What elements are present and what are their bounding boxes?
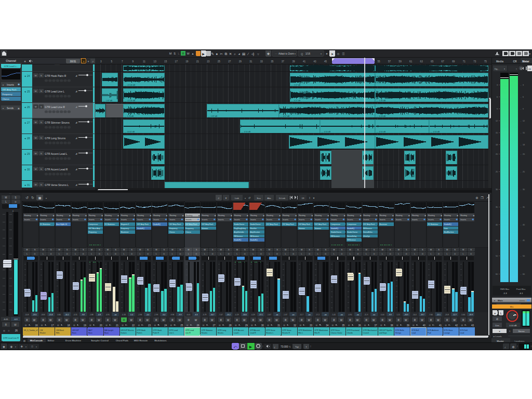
svg-text:Compressor: Compressor bbox=[347, 223, 357, 225]
svg-text:31: 31 bbox=[277, 324, 281, 327]
svg-text:M: M bbox=[35, 183, 37, 186]
svg-text:Routing: Routing bbox=[57, 215, 63, 217]
svg-text:and Keys: and Keys bbox=[379, 332, 387, 334]
svg-text:15: 15 bbox=[523, 132, 525, 134]
svg-text:-9.9: -9.9 bbox=[389, 314, 392, 316]
svg-text:55: 55 bbox=[378, 60, 381, 63]
svg-text:71: 71 bbox=[463, 60, 466, 63]
svg-text:1.21: 1.21 bbox=[396, 314, 400, 316]
svg-text:FX Modulator: FX Modulator bbox=[105, 223, 116, 225]
svg-text:▼: ▼ bbox=[225, 197, 227, 200]
svg-text:-6.05: -6.05 bbox=[187, 314, 191, 316]
svg-text:StudioEQ: StudioEQ bbox=[234, 239, 242, 241]
svg-text:⊙: ⊙ bbox=[390, 252, 391, 255]
svg-text:Routing: Routing bbox=[267, 215, 273, 217]
svg-text:M: M bbox=[301, 248, 302, 251]
svg-text:–: – bbox=[521, 84, 522, 86]
svg-text:S: S bbox=[260, 248, 262, 251]
svg-text:20: 20 bbox=[496, 153, 498, 155]
svg-text:⊙: ⊙ bbox=[228, 252, 230, 255]
svg-text:◄: ◄ bbox=[24, 184, 26, 187]
svg-text:Routing: Routing bbox=[121, 215, 128, 217]
svg-text:S: S bbox=[83, 248, 84, 251]
svg-text:23: 23 bbox=[207, 60, 210, 63]
svg-text:-11.9: -11.9 bbox=[364, 314, 368, 316]
svg-text:M: M bbox=[139, 248, 141, 251]
svg-text:11: 11 bbox=[143, 60, 145, 63]
svg-text:S: S bbox=[41, 168, 42, 170]
svg-text:Strums R: Strums R bbox=[282, 332, 290, 334]
svg-text:-oo: -oo bbox=[340, 314, 343, 316]
svg-text:SYN Glass: SYN Glass bbox=[444, 329, 453, 331]
svg-text:Inserts: Inserts bbox=[7, 84, 14, 86]
svg-text:GTR Stimmer: GTR Stimmer bbox=[202, 329, 214, 331]
svg-text:Inserts: Inserts bbox=[428, 219, 434, 221]
svg-text:Line L: Line L bbox=[169, 332, 174, 334]
svg-text:▤: ▤ bbox=[380, 324, 382, 326]
svg-text:S: S bbox=[41, 152, 42, 155]
svg-text:Abs: Abs bbox=[267, 197, 271, 200]
svg-text:3: 3 bbox=[523, 84, 524, 86]
svg-text:GTR Accent Lead R: GTR Accent Lead R bbox=[45, 168, 68, 171]
svg-text:Amplifiertube: Amplifiertube bbox=[234, 231, 244, 233]
svg-text:+: + bbox=[24, 60, 26, 63]
svg-text:▤: ▤ bbox=[154, 324, 156, 326]
svg-text:▽: ▽ bbox=[257, 53, 259, 56]
svg-text:⊜: ⊜ bbox=[337, 52, 339, 56]
svg-text:⊙: ⊙ bbox=[83, 252, 84, 255]
svg-text:G-Link: G-Link bbox=[279, 197, 286, 200]
svg-text:↻: ↻ bbox=[31, 196, 34, 200]
svg-text:–: – bbox=[521, 273, 522, 275]
svg-text:Inserts: Inserts bbox=[153, 219, 159, 221]
svg-text:▾: ▾ bbox=[15, 346, 16, 348]
svg-text:-oo: -oo bbox=[324, 314, 327, 316]
svg-text:❐: ❐ bbox=[481, 196, 484, 200]
svg-text:M: M bbox=[107, 248, 109, 251]
svg-text:-10.8: -10.8 bbox=[25, 314, 29, 316]
svg-text:Palm R: Palm R bbox=[153, 332, 159, 334]
svg-text:27: 27 bbox=[27, 122, 30, 124]
svg-text:M: M bbox=[349, 248, 351, 251]
svg-text:S: S bbox=[276, 248, 278, 251]
svg-text:Inserts: Inserts bbox=[105, 219, 111, 221]
svg-text:S: S bbox=[15, 196, 16, 199]
svg-text:Inserts: Inserts bbox=[202, 219, 208, 221]
svg-text:73.000: 73.000 bbox=[281, 345, 288, 348]
svg-text:◄: ◄ bbox=[24, 137, 26, 140]
svg-text:⋯: ⋯ bbox=[275, 52, 277, 55]
svg-text:Chorus: Chorus bbox=[169, 231, 175, 233]
svg-text:S: S bbox=[374, 248, 375, 251]
svg-text:R: R bbox=[252, 319, 255, 322]
svg-text:Frequency: Frequency bbox=[88, 231, 97, 233]
svg-text:21: 21 bbox=[116, 324, 119, 327]
svg-text:Stimmer: Stimmer bbox=[202, 228, 208, 230]
svg-text:R: R bbox=[333, 319, 335, 322]
svg-text:Inserts: Inserts bbox=[218, 219, 224, 221]
svg-text:▦: ▦ bbox=[38, 196, 42, 200]
svg-text:-4.8: -4.8 bbox=[98, 314, 101, 316]
svg-text:Hits R: Hits R bbox=[314, 332, 320, 334]
svg-text:Routing: Routing bbox=[169, 215, 176, 217]
svg-text:Inserts: Inserts bbox=[250, 219, 256, 221]
svg-text:▤: ▤ bbox=[445, 324, 447, 326]
svg-text:MixConsole: MixConsole bbox=[30, 339, 43, 342]
svg-text:▤: ▤ bbox=[138, 324, 140, 326]
svg-text:-26.9: -26.9 bbox=[404, 314, 408, 316]
svg-text:S: S bbox=[147, 248, 149, 251]
svg-text:Routing: Routing bbox=[105, 215, 112, 217]
svg-text:S: S bbox=[390, 248, 391, 251]
svg-text:33: 33 bbox=[310, 324, 313, 327]
svg-text:⧉: ⧉ bbox=[224, 52, 227, 56]
svg-text:Routing: Routing bbox=[412, 215, 419, 217]
svg-text:-2.98: -2.98 bbox=[138, 314, 142, 316]
svg-text:-4.55: -4.55 bbox=[73, 314, 77, 316]
svg-text:◢: ◢ bbox=[75, 183, 77, 186]
svg-text:R: R bbox=[59, 319, 61, 322]
svg-text:⋯⋯: ⋯⋯ bbox=[55, 63, 60, 66]
svg-text:✕: ✕ bbox=[229, 52, 232, 56]
svg-text:W: W bbox=[179, 319, 181, 322]
svg-text:Maximizer: Maximizer bbox=[379, 223, 388, 225]
svg-text:S: S bbox=[174, 52, 176, 55]
svg-text:-12.7: -12.7 bbox=[453, 314, 457, 316]
svg-text:▾: ▾ bbox=[3, 84, 4, 86]
